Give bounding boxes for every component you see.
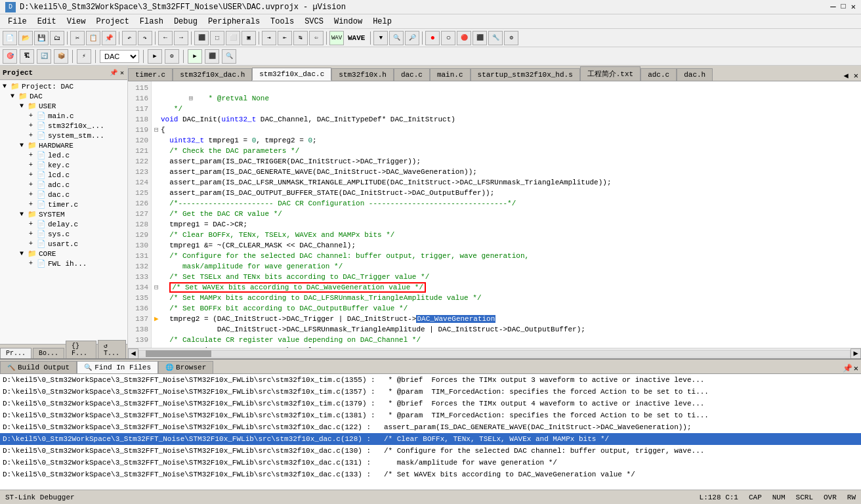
batch-build-btn[interactable]: 📦 — [54, 49, 68, 64]
bookmark3-btn[interactable]: ▣ — [242, 31, 256, 45]
debug-stop-btn[interactable]: ⬛ — [205, 49, 219, 64]
tab-stm32f10x-dac-c[interactable]: stm32f10x_dac.c — [252, 68, 331, 81]
tab-main-c[interactable]: main.c — [430, 68, 471, 81]
find-row-3[interactable]: D:\keil5\0_Stm32WorkSpace\3_Stm32FFT_Noi… — [0, 410, 861, 421]
bookmark-nav-btn[interactable]: ⬚ — [210, 31, 224, 45]
tab-timer-c[interactable]: timer.c — [128, 68, 173, 81]
maximize-btn[interactable]: □ — [841, 2, 846, 12]
menu-tools[interactable]: Tools — [265, 16, 299, 28]
cut-btn[interactable]: ✂ — [70, 31, 85, 45]
panel-close-icon[interactable]: ✕ — [119, 68, 125, 77]
tree-user-folder[interactable]: ▼ 📁 USER — [1, 101, 126, 111]
redo-btn[interactable]: ↷ — [138, 31, 152, 45]
more-btn1[interactable]: ▼ — [373, 31, 388, 45]
tree-timer[interactable]: + 📄 timer.c — [1, 200, 126, 209]
find-row-1[interactable]: D:\keil5\0_Stm32WorkSpace\3_Stm32FFT_Noi… — [0, 386, 861, 398]
tab-browser[interactable]: 🌐 Browser — [158, 361, 213, 373]
target-dropdown[interactable]: DAC — [100, 50, 139, 63]
tree-lcd[interactable]: + 📄 lcd.c — [1, 170, 126, 180]
menu-flash[interactable]: Flash — [135, 16, 169, 28]
nav-back-btn[interactable]: ← — [158, 31, 173, 45]
tab-scroll-right-btn[interactable]: ✕ — [851, 71, 861, 81]
debug-start-btn[interactable]: ▶ — [188, 49, 202, 64]
close-panel-icon[interactable]: ✕ — [854, 364, 858, 373]
unindent-btn[interactable]: ⇤ — [278, 31, 292, 45]
tree-sys[interactable]: + 📄 sys.c — [1, 229, 126, 239]
tree-main-c[interactable]: + 📄 main.c — [1, 111, 126, 121]
build-btn[interactable]: 🏗 — [20, 49, 34, 64]
tree-dac[interactable]: ▼ 📁 DAC — [1, 91, 126, 101]
wave-toggle-btn[interactable]: WAV — [329, 31, 344, 45]
save-all-btn[interactable]: 🗂 — [50, 31, 64, 45]
find-row-0[interactable]: D:\keil5\0_Stm32WorkSpace\3_Stm32FFT_Noi… — [0, 374, 861, 386]
tree-stm32[interactable]: + 📄 stm32f10x_... — [1, 121, 126, 131]
tab-books[interactable]: Bo... — [33, 348, 64, 358]
menu-svcs[interactable]: SVCS — [299, 16, 329, 28]
paste-btn[interactable]: 📌 — [102, 31, 116, 45]
undo-btn[interactable]: ↶ — [122, 31, 136, 45]
new-file-btn[interactable]: 📄 — [3, 31, 17, 45]
option-btn[interactable]: ⚙ — [165, 49, 179, 64]
rebuild-btn[interactable]: 🔄 — [37, 49, 51, 64]
find-btn[interactable]: 🔍 — [389, 31, 404, 45]
settings-btn[interactable]: ⚙ — [504, 31, 518, 45]
tree-project-root[interactable]: ▼ 📁 Project: DAC — [1, 81, 126, 91]
tab-stm32f10x-h[interactable]: stm32f10x.h — [331, 68, 394, 81]
find-row-7[interactable]: D:\keil5\0_Stm32WorkSpace\3_Stm32FFT_Noi… — [0, 457, 861, 469]
tab-scroll-left-btn[interactable]: ◀ — [841, 71, 851, 81]
debug-btn[interactable]: 🔴 — [457, 31, 471, 45]
tab-build-output[interactable]: 🔨 Build Output — [0, 361, 77, 373]
indent-btn[interactable]: ⇥ — [262, 31, 276, 45]
stop-btn[interactable]: ○ — [441, 31, 455, 45]
close-btn[interactable]: ✕ — [851, 2, 856, 12]
tab-templates[interactable]: ↺ T... — [98, 340, 126, 358]
tree-dac-c[interactable]: + 📄 dac.c — [1, 190, 126, 200]
tree-system-stm[interactable]: + 📄 system_stm... — [1, 131, 126, 140]
bookmark2-btn[interactable]: ⬜ — [226, 31, 240, 45]
menu-file[interactable]: File — [3, 16, 32, 28]
tree-key[interactable]: + 📄 key.c — [1, 160, 126, 170]
tree-delay[interactable]: + 📄 delay.c — [1, 219, 126, 229]
nav-fwd-btn[interactable]: → — [174, 31, 188, 45]
find-row-8[interactable]: D:\keil5\0_Stm32WorkSpace\3_Stm32FFT_Noi… — [0, 469, 861, 480]
tree-core[interactable]: ▼ 📁 CORE — [1, 249, 126, 259]
code-content[interactable]: ⊞ * @retval None */ void DAC_Init(uint32… — [152, 81, 861, 348]
h-scrollbar[interactable]: ◀ ▶ — [128, 348, 861, 358]
panel-lock-icon[interactable]: 📌 — [109, 68, 118, 77]
tree-adc[interactable]: + 📄 adc.c — [1, 180, 126, 190]
save-btn[interactable]: 💾 — [34, 31, 49, 45]
run-btn[interactable]: ● — [425, 31, 440, 45]
tab-find-in-files[interactable]: 🔍 Find In Files — [77, 361, 158, 373]
find-row-6[interactable]: D:\keil5\0_Stm32WorkSpace\3_Stm32FFT_Noi… — [0, 445, 861, 457]
find-row-2[interactable]: D:\keil5\0_Stm32WorkSpace\3_Stm32FFT_Noi… — [0, 398, 861, 410]
tab-project[interactable]: Pr... — [0, 348, 32, 358]
target-btn[interactable]: 🎯 — [3, 49, 17, 64]
tree-system[interactable]: ▼ 📁 SYSTEM — [1, 209, 126, 219]
zoom-btn[interactable]: 🔎 — [405, 31, 419, 45]
minimize-btn[interactable]: ─ — [830, 2, 835, 12]
tree-fwl[interactable]: + 📄 FWL ih... — [1, 259, 126, 268]
select-btn[interactable]: ▶ — [148, 49, 162, 64]
debug3-btn[interactable]: 🔧 — [488, 31, 503, 45]
tab-stm32f10x-dac-h[interactable]: stm32f10x_dac.h — [173, 68, 252, 81]
tree-hardware[interactable]: ▼ 📁 HARDWARE — [1, 140, 126, 150]
debug2-btn[interactable]: ⬛ — [472, 31, 487, 45]
tab-funcs[interactable]: {} F... — [66, 341, 96, 358]
flash-btn[interactable]: ⚡ — [77, 49, 91, 64]
unindent2-btn[interactable]: ⇦ — [309, 31, 324, 45]
tab-startup[interactable]: startup_stm32f10x_hd.s — [471, 68, 580, 81]
menu-debug[interactable]: Debug — [169, 16, 203, 28]
menu-window[interactable]: Window — [329, 16, 368, 28]
open-btn[interactable]: 📂 — [18, 31, 33, 45]
tab-project-intro[interactable]: 工程简介.txt — [580, 66, 640, 81]
find-row-4[interactable]: D:\keil5\0_Stm32WorkSpace\3_Stm32FFT_Noi… — [0, 421, 861, 433]
menu-view[interactable]: View — [62, 16, 91, 28]
menu-edit[interactable]: Edit — [32, 16, 62, 28]
tree-usart[interactable]: + 📄 usart.c — [1, 239, 126, 249]
bookmark-btn[interactable]: ⬛ — [194, 31, 209, 45]
menu-project[interactable]: Project — [91, 16, 134, 28]
indent2-btn[interactable]: ↹ — [293, 31, 308, 45]
copy-btn[interactable]: 📋 — [86, 31, 100, 45]
tree-led[interactable]: + 📄 led.c — [1, 150, 126, 160]
menu-peripherals[interactable]: Peripherals — [203, 16, 265, 28]
